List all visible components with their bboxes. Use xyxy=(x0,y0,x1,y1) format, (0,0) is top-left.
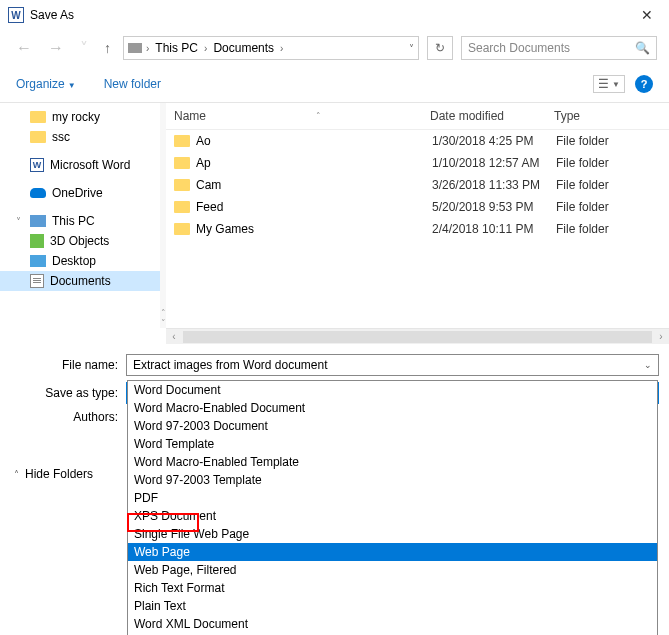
search-placeholder: Search Documents xyxy=(468,41,570,55)
new-folder-button[interactable]: New folder xyxy=(104,77,161,91)
type-option[interactable]: Word Macro-Enabled Template xyxy=(128,453,657,471)
scroll-left-icon[interactable]: ‹ xyxy=(166,331,182,342)
address-bar[interactable]: › This PC › Documents › ˅ xyxy=(123,36,419,60)
desk-icon xyxy=(30,255,46,267)
column-headers: Name˄ Date modified Type xyxy=(166,103,669,130)
title-bar: W Save As ✕ xyxy=(0,0,669,30)
folder-icon xyxy=(174,223,190,235)
tree-item-label: ssc xyxy=(52,130,70,144)
type-option[interactable]: Rich Text Format xyxy=(128,579,657,597)
file-name-input[interactable]: Extract images from Word document ⌄ xyxy=(126,354,659,376)
pc-icon xyxy=(128,43,142,53)
file-type: File folder xyxy=(556,156,661,170)
toolbar: Organize▼ New folder ☰▼ ? xyxy=(0,66,669,102)
caret-down-icon: ▼ xyxy=(68,81,76,90)
tree-item[interactable]: This PC˅ xyxy=(0,211,160,231)
main-panel: my rockysscWMicrosoft WordOneDriveThis P… xyxy=(0,102,669,328)
type-option[interactable]: Word Document xyxy=(128,381,657,399)
tree-item[interactable]: Documents xyxy=(0,271,160,291)
scroll-right-icon[interactable]: › xyxy=(653,331,669,342)
up-icon[interactable]: ↑ xyxy=(100,40,115,56)
type-option[interactable]: Word Template xyxy=(128,435,657,453)
type-option[interactable]: Word 97-2003 Document xyxy=(128,417,657,435)
combo-caret-icon[interactable]: ⌄ xyxy=(644,360,652,370)
breadcrumb-folder[interactable]: Documents xyxy=(211,41,276,55)
chevron-right-icon: › xyxy=(280,43,283,54)
file-row[interactable]: Ao1/30/2018 4:25 PMFile folder xyxy=(166,130,669,152)
pc-icon xyxy=(30,215,46,227)
type-option[interactable]: Web Page, Filtered xyxy=(128,561,657,579)
col-date[interactable]: Date modified xyxy=(430,109,554,123)
col-type[interactable]: Type xyxy=(554,109,661,123)
col-name[interactable]: Name˄ xyxy=(174,109,430,123)
tree-item-label: Microsoft Word xyxy=(50,158,130,172)
file-list: Name˄ Date modified Type Ao1/30/2018 4:2… xyxy=(166,103,669,328)
doc-icon xyxy=(30,274,44,288)
folder-icon xyxy=(30,111,46,123)
file-date: 2/4/2018 10:11 PM xyxy=(432,222,556,236)
onedrive-icon xyxy=(30,188,46,198)
word-app-icon: W xyxy=(8,7,24,23)
type-option[interactable]: Word Macro-Enabled Document xyxy=(128,399,657,417)
file-name: Ao xyxy=(196,134,211,148)
type-option[interactable]: XPS Document xyxy=(128,507,657,525)
tree-item-label: 3D Objects xyxy=(50,234,109,248)
tree-item[interactable]: 3D Objects xyxy=(0,231,160,251)
tree-item[interactable]: WMicrosoft Word xyxy=(0,155,160,175)
file-date: 3/26/2018 11:33 PM xyxy=(432,178,556,192)
chevron-down-icon: ˅ xyxy=(16,216,21,227)
close-icon[interactable]: ✕ xyxy=(633,7,661,23)
type-option[interactable]: Web Page xyxy=(128,543,657,561)
chevron-right-icon: › xyxy=(204,43,207,54)
tree-item[interactable]: ssc xyxy=(0,127,160,147)
type-option[interactable]: Single File Web Page xyxy=(128,525,657,543)
file-type: File folder xyxy=(556,134,661,148)
recent-dropdown-icon[interactable]: ˅ xyxy=(76,39,92,58)
file-row[interactable]: My Games2/4/2018 10:11 PMFile folder xyxy=(166,218,669,240)
save-type-dropdown: Word DocumentWord Macro-Enabled Document… xyxy=(127,380,658,635)
file-row[interactable]: Ap1/10/2018 12:57 AMFile folder xyxy=(166,152,669,174)
file-type: File folder xyxy=(556,178,661,192)
h-scrollbar[interactable]: ‹ › xyxy=(166,328,669,344)
type-option[interactable]: Word 97-2003 Template xyxy=(128,471,657,489)
tree-item-label: This PC xyxy=(52,214,95,228)
view-options-button[interactable]: ☰▼ xyxy=(593,75,625,93)
window-title: Save As xyxy=(30,8,633,22)
forward-icon[interactable]: → xyxy=(44,39,68,57)
search-input[interactable]: Search Documents 🔍 xyxy=(461,36,657,60)
refresh-button[interactable]: ↻ xyxy=(427,36,453,60)
folder-icon xyxy=(174,157,190,169)
file-name: Feed xyxy=(196,200,223,214)
file-type: File folder xyxy=(556,222,661,236)
tree-item[interactable]: my rocky xyxy=(0,107,160,127)
type-option[interactable]: PDF xyxy=(128,489,657,507)
scroll-track[interactable] xyxy=(183,331,652,343)
tree-item[interactable]: Desktop xyxy=(0,251,160,271)
nav-tree: my rockysscWMicrosoft WordOneDriveThis P… xyxy=(0,103,160,328)
tree-item[interactable]: OneDrive xyxy=(0,183,160,203)
back-icon[interactable]: ← xyxy=(12,39,36,57)
file-date: 1/10/2018 12:57 AM xyxy=(432,156,556,170)
breadcrumb-root[interactable]: This PC xyxy=(153,41,200,55)
address-dropdown-icon[interactable]: ˅ xyxy=(409,43,414,54)
nav-row: ← → ˅ ↑ › This PC › Documents › ˅ ↻ Sear… xyxy=(0,30,669,66)
file-name: My Games xyxy=(196,222,254,236)
folder-icon xyxy=(174,201,190,213)
hide-folders-button[interactable]: ˄ Hide Folders xyxy=(14,467,93,481)
obj-icon xyxy=(30,234,44,248)
tree-item-label: my rocky xyxy=(52,110,100,124)
chevron-up-icon: ˄ xyxy=(14,469,19,480)
file-name: Cam xyxy=(196,178,221,192)
type-option[interactable]: Plain Text xyxy=(128,597,657,615)
file-row[interactable]: Cam3/26/2018 11:33 PMFile folder xyxy=(166,174,669,196)
type-option[interactable]: Word XML Document xyxy=(128,615,657,633)
file-row[interactable]: Feed5/20/2018 9:53 PMFile folder xyxy=(166,196,669,218)
word-icon: W xyxy=(30,158,44,172)
file-name-label: File name: xyxy=(10,358,126,372)
file-date: 1/30/2018 4:25 PM xyxy=(432,134,556,148)
organize-button[interactable]: Organize▼ xyxy=(16,77,76,91)
help-button[interactable]: ? xyxy=(635,75,653,93)
authors-label: Authors: xyxy=(10,410,126,424)
sort-up-icon: ˄ xyxy=(316,111,321,121)
tree-item-label: Documents xyxy=(50,274,111,288)
